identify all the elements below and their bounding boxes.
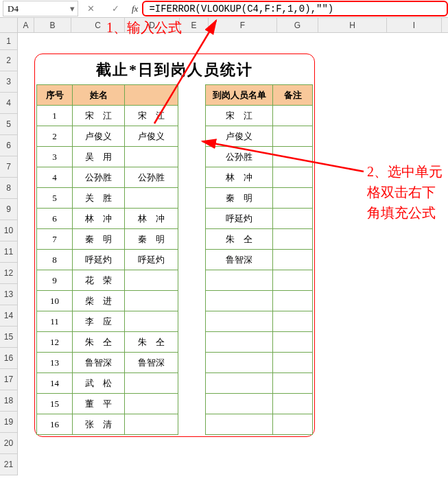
- cell-roster[interactable]: 秦 明: [206, 188, 273, 209]
- row-header[interactable]: 13: [0, 284, 17, 305]
- row-header[interactable]: 1: [0, 33, 17, 50]
- cell-note[interactable]: [273, 291, 313, 311]
- col-header[interactable]: G: [277, 18, 318, 32]
- cell-roster[interactable]: 鲁智深: [206, 250, 273, 270]
- cell-note[interactable]: [273, 106, 313, 126]
- name-box[interactable]: D4 ▾: [3, 1, 78, 16]
- cell-check[interactable]: [125, 414, 178, 435]
- cell-name[interactable]: 林 冲: [73, 209, 125, 229]
- cell-check[interactable]: 宋 江: [125, 106, 178, 126]
- cell-note[interactable]: [273, 394, 313, 414]
- cell-seq[interactable]: 3: [37, 147, 73, 167]
- row-header[interactable]: 3: [0, 71, 17, 93]
- row-header[interactable]: 6: [0, 135, 17, 156]
- cell-seq[interactable]: 5: [37, 188, 73, 209]
- cell-check[interactable]: [125, 270, 178, 291]
- cell-note[interactable]: [273, 332, 313, 353]
- cell-roster[interactable]: [206, 414, 273, 435]
- row-header[interactable]: 19: [0, 412, 17, 433]
- cell-seq[interactable]: 1: [37, 106, 73, 126]
- formula-input[interactable]: =IFERROR(VLOOKUP(C4,F:F,1,0),""): [142, 1, 448, 16]
- sheet-area[interactable]: 截止*日到岗人员统计 序号 姓名 到岗人员名单 备注 1宋 江宋 江宋 江2卢俊…: [18, 33, 448, 475]
- cell-name[interactable]: 柴 进: [73, 291, 125, 311]
- cell-roster[interactable]: 林 冲: [206, 167, 273, 188]
- cell-check[interactable]: 呼延灼: [125, 250, 178, 270]
- cell-roster[interactable]: [206, 270, 273, 291]
- row-header[interactable]: 4: [0, 93, 17, 114]
- cell-check[interactable]: [125, 147, 178, 167]
- col-header[interactable]: I: [387, 18, 442, 32]
- row-header[interactable]: 2: [0, 50, 17, 71]
- cell-check[interactable]: [125, 311, 178, 332]
- cell-roster[interactable]: 宋 江: [206, 106, 273, 126]
- cell-seq[interactable]: 9: [37, 270, 73, 291]
- cell-roster[interactable]: [206, 394, 273, 414]
- cell-roster[interactable]: [206, 353, 273, 373]
- cell-check[interactable]: [125, 373, 178, 394]
- cell-check[interactable]: 卢俊义: [125, 126, 178, 147]
- cell-note[interactable]: [273, 250, 313, 270]
- cell-check[interactable]: 鲁智深: [125, 353, 178, 373]
- cell-seq[interactable]: 10: [37, 291, 73, 311]
- cell-seq[interactable]: 14: [37, 373, 73, 394]
- cell-check[interactable]: 林 冲: [125, 209, 178, 229]
- cell-seq[interactable]: 4: [37, 167, 73, 188]
- cancel-icon[interactable]: ✕: [82, 3, 99, 14]
- row-header[interactable]: 7: [0, 156, 17, 178]
- fx-icon[interactable]: fx: [132, 3, 138, 14]
- cell-note[interactable]: [273, 209, 313, 229]
- cell-name[interactable]: 李 应: [73, 311, 125, 332]
- cell-roster[interactable]: 公孙胜: [206, 147, 273, 167]
- cell-note[interactable]: [273, 188, 313, 209]
- cell-name[interactable]: 卢俊义: [73, 126, 125, 147]
- col-header[interactable]: E: [180, 18, 209, 32]
- cell-check[interactable]: [125, 188, 178, 209]
- col-header[interactable]: A: [18, 18, 34, 32]
- cell-seq[interactable]: 6: [37, 209, 73, 229]
- row-header[interactable]: 12: [0, 263, 17, 284]
- cell-name[interactable]: 呼延灼: [73, 250, 125, 270]
- cell-seq[interactable]: 13: [37, 353, 73, 373]
- cell-seq[interactable]: 12: [37, 332, 73, 353]
- cell-name[interactable]: 武 松: [73, 373, 125, 394]
- row-header[interactable]: 8: [0, 178, 17, 199]
- row-header[interactable]: 15: [0, 327, 17, 348]
- cell-check[interactable]: [125, 291, 178, 311]
- cell-seq[interactable]: 7: [37, 229, 73, 250]
- cell-seq[interactable]: 2: [37, 126, 73, 147]
- cell-check[interactable]: [125, 394, 178, 414]
- select-all-corner[interactable]: [0, 18, 18, 32]
- row-header[interactable]: 5: [0, 114, 17, 135]
- cell-roster[interactable]: [206, 291, 273, 311]
- cell-name[interactable]: 秦 明: [73, 229, 125, 250]
- cell-roster[interactable]: [206, 332, 273, 353]
- cell-roster[interactable]: 朱 仝: [206, 229, 273, 250]
- row-header[interactable]: 17: [0, 369, 17, 390]
- cell-seq[interactable]: 16: [37, 414, 73, 435]
- cell-seq[interactable]: 15: [37, 394, 73, 414]
- cell-name[interactable]: 宋 江: [73, 106, 125, 126]
- col-header[interactable]: H: [318, 18, 387, 32]
- cell-name[interactable]: 董 平: [73, 394, 125, 414]
- cell-note[interactable]: [273, 311, 313, 332]
- cell-roster[interactable]: 卢俊义: [206, 126, 273, 147]
- cell-note[interactable]: [273, 373, 313, 394]
- cell-note[interactable]: [273, 270, 313, 291]
- cell-seq[interactable]: 11: [37, 311, 73, 332]
- cell-note[interactable]: [273, 126, 313, 147]
- row-header[interactable]: 18: [0, 390, 17, 412]
- cell-note[interactable]: [273, 414, 313, 435]
- cell-check[interactable]: 公孙胜: [125, 167, 178, 188]
- cell-roster[interactable]: [206, 311, 273, 332]
- cell-name[interactable]: 张 清: [73, 414, 125, 435]
- row-header[interactable]: 10: [0, 220, 17, 241]
- chevron-down-icon[interactable]: ▾: [67, 3, 78, 14]
- cell-roster[interactable]: 呼延灼: [206, 209, 273, 229]
- confirm-icon[interactable]: ✓: [107, 3, 123, 14]
- cell-check[interactable]: 秦 明: [125, 229, 178, 250]
- cell-note[interactable]: [273, 229, 313, 250]
- cell-name[interactable]: 朱 仝: [73, 332, 125, 353]
- col-header[interactable]: B: [34, 18, 71, 32]
- cell-name[interactable]: 关 胜: [73, 188, 125, 209]
- row-header[interactable]: 9: [0, 199, 17, 220]
